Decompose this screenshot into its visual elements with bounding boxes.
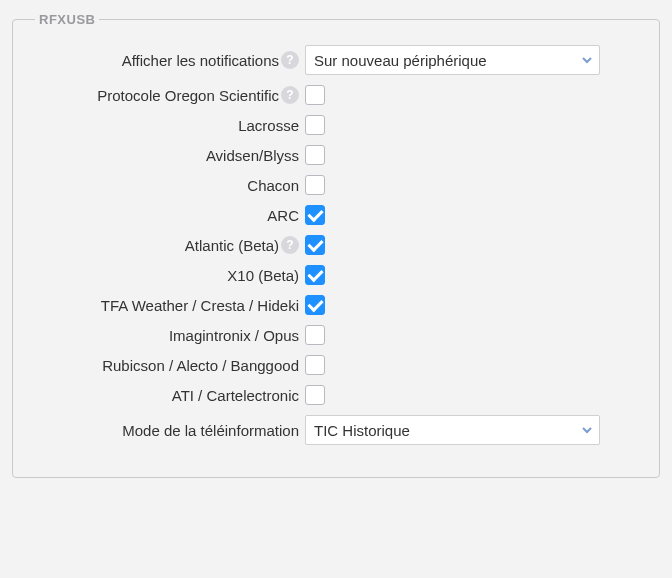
label-text: X10 (Beta) xyxy=(227,267,299,284)
label-text: ATI / Cartelectronic xyxy=(172,387,299,404)
checkbox-tfa[interactable] xyxy=(305,295,325,315)
label-text: Avidsen/Blyss xyxy=(206,147,299,164)
label-chacon: Chacon xyxy=(35,177,305,194)
control-arc xyxy=(305,205,325,225)
chevron-down-icon xyxy=(577,417,597,443)
label-imagintronix: Imagintronix / Opus xyxy=(35,327,305,344)
label-text: Afficher les notifications xyxy=(122,52,279,69)
row-tfa: TFA Weather / Cresta / Hideki xyxy=(35,295,637,315)
checkbox-atlantic[interactable] xyxy=(305,235,325,255)
label-text: Imagintronix / Opus xyxy=(169,327,299,344)
label-text: TFA Weather / Cresta / Hideki xyxy=(101,297,299,314)
control-rubicson xyxy=(305,355,325,375)
label-notifications: Afficher les notifications? xyxy=(35,51,305,69)
control-chacon xyxy=(305,175,325,195)
label-tfa: TFA Weather / Cresta / Hideki xyxy=(35,297,305,314)
control-x10 xyxy=(305,265,325,285)
help-icon[interactable]: ? xyxy=(281,86,299,104)
row-imagintronix: Imagintronix / Opus xyxy=(35,325,637,345)
select-tic_mode[interactable]: TIC Historique xyxy=(305,415,600,445)
checkbox-avidsen[interactable] xyxy=(305,145,325,165)
label-atlantic: Atlantic (Beta)? xyxy=(35,236,305,254)
label-lacrosse: Lacrosse xyxy=(35,117,305,134)
help-icon[interactable]: ? xyxy=(281,236,299,254)
row-atlantic: Atlantic (Beta)? xyxy=(35,235,637,255)
label-tic_mode: Mode de la téléinformation xyxy=(35,422,305,439)
row-notifications: Afficher les notifications?Sur nouveau p… xyxy=(35,45,637,75)
control-imagintronix xyxy=(305,325,325,345)
control-notifications: Sur nouveau périphérique xyxy=(305,45,600,75)
label-text: Chacon xyxy=(247,177,299,194)
checkbox-arc[interactable] xyxy=(305,205,325,225)
row-chacon: Chacon xyxy=(35,175,637,195)
label-text: Rubicson / Alecto / Banggood xyxy=(102,357,299,374)
label-rubicson: Rubicson / Alecto / Banggood xyxy=(35,357,305,374)
checkbox-rubicson[interactable] xyxy=(305,355,325,375)
label-text: ARC xyxy=(267,207,299,224)
section-title: RFXUSB xyxy=(35,12,99,27)
label-text: Mode de la téléinformation xyxy=(122,422,299,439)
control-oregon xyxy=(305,85,325,105)
control-lacrosse xyxy=(305,115,325,135)
control-avidsen xyxy=(305,145,325,165)
select-notifications[interactable]: Sur nouveau périphérique xyxy=(305,45,600,75)
row-avidsen: Avidsen/Blyss xyxy=(35,145,637,165)
control-tic_mode: TIC Historique xyxy=(305,415,600,445)
checkbox-oregon[interactable] xyxy=(305,85,325,105)
label-x10: X10 (Beta) xyxy=(35,267,305,284)
row-rubicson: Rubicson / Alecto / Banggood xyxy=(35,355,637,375)
help-icon[interactable]: ? xyxy=(281,51,299,69)
label-text: Atlantic (Beta) xyxy=(185,237,279,254)
row-ati: ATI / Cartelectronic xyxy=(35,385,637,405)
select-value: Sur nouveau périphérique xyxy=(314,52,487,69)
label-text: Protocole Oregon Scientific xyxy=(97,87,279,104)
checkbox-x10[interactable] xyxy=(305,265,325,285)
checkbox-ati[interactable] xyxy=(305,385,325,405)
control-atlantic xyxy=(305,235,325,255)
checkbox-chacon[interactable] xyxy=(305,175,325,195)
row-x10: X10 (Beta) xyxy=(35,265,637,285)
row-lacrosse: Lacrosse xyxy=(35,115,637,135)
chevron-down-icon xyxy=(577,47,597,73)
label-arc: ARC xyxy=(35,207,305,224)
label-avidsen: Avidsen/Blyss xyxy=(35,147,305,164)
control-tfa xyxy=(305,295,325,315)
checkbox-imagintronix[interactable] xyxy=(305,325,325,345)
row-arc: ARC xyxy=(35,205,637,225)
control-ati xyxy=(305,385,325,405)
label-oregon: Protocole Oregon Scientific? xyxy=(35,86,305,104)
checkbox-lacrosse[interactable] xyxy=(305,115,325,135)
row-tic_mode: Mode de la téléinformationTIC Historique xyxy=(35,415,637,445)
select-value: TIC Historique xyxy=(314,422,410,439)
row-oregon: Protocole Oregon Scientific? xyxy=(35,85,637,105)
rfxusb-panel: RFXUSB Afficher les notifications?Sur no… xyxy=(12,12,660,478)
label-text: Lacrosse xyxy=(238,117,299,134)
label-ati: ATI / Cartelectronic xyxy=(35,387,305,404)
